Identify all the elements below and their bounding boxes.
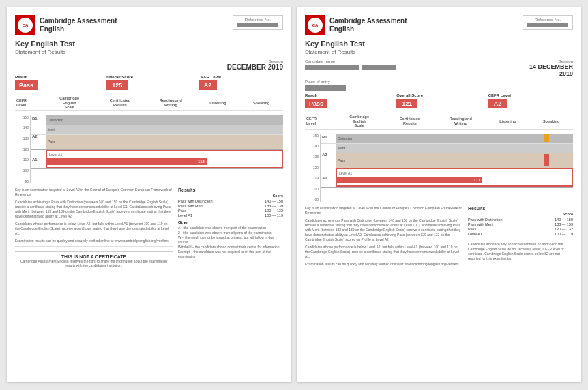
- result-badge-left: Pass: [15, 80, 38, 90]
- ref-redacted-left: [237, 23, 278, 27]
- a1-highlight-left: Level A1 118: [46, 149, 283, 168]
- results-title-left: Results: [178, 188, 283, 192]
- distinction-band-right: Distinction: [336, 134, 573, 143]
- candidate-field-right: Candidate name: [305, 59, 524, 77]
- footer-p2-right: Candidates achieving a Pass with Distinc…: [305, 218, 462, 242]
- merit-band-left: Merit: [46, 125, 283, 134]
- place-redacted-right: [305, 85, 346, 91]
- footer-right-col-right: Results Score Pass with Distinction 140 …: [468, 206, 573, 269]
- overall-box-right: Overall Score 121: [396, 93, 481, 108]
- footer-p4-left: Examination results can be quickly and s…: [15, 239, 173, 243]
- pass-band-left: Pass: [46, 134, 283, 149]
- cert-title-left: Key English Test: [15, 40, 283, 48]
- a1-highlight-right: Level A1 111: [336, 168, 573, 187]
- logo-inner-left: CA: [18, 18, 33, 33]
- certificate-right: CA Cambridge Assessment English Referenc…: [297, 7, 581, 382]
- pm-row-left: Pass with Merit 133 — 139: [178, 204, 283, 208]
- score-badge-left: 125: [106, 80, 128, 90]
- b1-label-left: B1: [32, 117, 38, 121]
- y-axis-right: 150 140 133 120 119 100 90: [305, 134, 320, 202]
- cefr-box-right: CEFR Level A2: [488, 93, 573, 108]
- a1-label-left: A1: [32, 158, 38, 162]
- place-field-right: Place of entry: [305, 80, 573, 91]
- result-row-right: Result Pass Overall Score 121 CEFR Level…: [305, 93, 573, 108]
- footer-p1-left: Key is an examination targeted at Level …: [15, 188, 173, 197]
- logo-box-left: CA: [15, 15, 35, 35]
- logo-box-right: CA: [305, 15, 325, 35]
- result-badge-right: Pass: [305, 99, 327, 108]
- cefr-box-left: CEFR Level A2: [199, 75, 283, 90]
- pass-row-right: Pass 120 — 132: [468, 227, 573, 231]
- chart-left: 150 140 133 120 119 100 90 B1 A2 A1 Dist…: [15, 115, 283, 183]
- result-box-left: Result Pass: [15, 75, 100, 90]
- footer-p2-left: Candidates achieving a Pass with Distinc…: [15, 200, 173, 219]
- footer-two-col-right: Key is an examination targeted at Level …: [305, 206, 573, 269]
- overall-box-left: Overall Score 125: [106, 75, 191, 90]
- ref-redacted-right: [527, 23, 568, 27]
- merit-band-right: Merit: [336, 143, 573, 153]
- score-bar-right: 111: [337, 177, 482, 183]
- result-row-left: Result Pass Overall Score 125 CEFR Level…: [15, 75, 283, 90]
- a1-row-right: Level A1 100 — 119: [468, 232, 573, 236]
- footer-left-col: Key is an examination targeted at Level …: [15, 188, 173, 267]
- logo-inner-right: CA: [308, 18, 323, 33]
- score-table-left: CEFRLevel CambridgeEnglishScale Certific…: [15, 95, 283, 111]
- chart-right: 150 140 133 120 119 100 90 B1 A2 A1 Dist…: [305, 134, 573, 202]
- y-axis-left: 150 140 133 120 119 100 90: [15, 115, 30, 183]
- pass-row-left: Pass 120 — 132: [178, 209, 283, 213]
- other-title-left: Other: [178, 220, 283, 224]
- org-name-left: Cambridge Assessment English: [40, 17, 117, 33]
- footer-p3-left: Candidates whose performance is below Le…: [15, 222, 173, 236]
- header-left: CA Cambridge Assessment English Referenc…: [15, 15, 283, 35]
- a1-row-left: Level A1 100 — 119: [178, 213, 283, 217]
- pm-row-right: Pass with Merit 133 — 139: [468, 222, 573, 226]
- footer-p3-right: Candidates whose performance is below Le…: [305, 245, 462, 259]
- name-redacted-1: [305, 65, 359, 70]
- logo-area-left: CA Cambridge Assessment English: [15, 15, 117, 35]
- results-title-right: Results: [468, 206, 573, 211]
- footer-p4-right: Examination results can be quickly and s…: [305, 262, 462, 267]
- chart-body-left: B1 A2 A1 Distinction Merit Pass L: [30, 115, 283, 183]
- th-certified-left: CertificatedResults: [95, 95, 145, 110]
- level-a1-label-left: Level A1: [49, 153, 62, 157]
- footer-right-col-left: Results Score Pass with Distinction 140 …: [178, 188, 283, 267]
- pd-row-right: Pass with Distinction 140 — 150: [468, 217, 573, 222]
- th-reading-left: Reading andWriting: [145, 95, 196, 110]
- certificate-left: CA Cambridge Assessment English Referenc…: [7, 7, 291, 382]
- candidate-row-right: Candidate name Session 14 DECEMBER 2019: [305, 59, 573, 77]
- cert-subtitle-left: Statement of Results: [15, 49, 283, 55]
- header-right: CA Cambridge Assessment English Referenc…: [305, 15, 573, 35]
- session-row-left: Session DECEMBER 2019: [15, 59, 283, 71]
- footer-two-col-left: Key is an examination targeted at Level …: [15, 188, 283, 267]
- score-badge-right: 121: [396, 99, 417, 108]
- result-box-right: Result Pass: [305, 93, 389, 108]
- distinction-band-left: Distinction: [46, 115, 283, 125]
- th-speaking-left: Speaking: [239, 95, 283, 110]
- pass-band-right: Pass: [336, 153, 573, 168]
- page-wrapper: CA Cambridge Assessment English Referenc…: [7, 7, 581, 382]
- th-listening-left: Listening: [196, 95, 240, 110]
- footer-p1-right: Key is an examination targeted at Level …: [305, 206, 462, 215]
- cefr-badge-left: A2: [199, 80, 218, 90]
- logo-area-right: CA Cambridge Assessment English: [305, 15, 407, 35]
- chart-body-right: B1 A2 A1 Distinction Merit Pass Leve: [320, 134, 573, 202]
- name-redacted-2: [362, 65, 396, 70]
- th-cambridge-left: CambridgeEnglishScale: [44, 95, 94, 110]
- not-cert-left: THIS IS NOT A CERTIFICATE: [15, 251, 173, 259]
- pd-row-left: Pass with Distinction 140 — 150: [178, 199, 283, 203]
- cert-subtitle-right: Statement of Results: [305, 49, 573, 55]
- cefr-badge-right: A2: [488, 99, 508, 108]
- th-cefr-left: CEFRLevel: [15, 95, 44, 110]
- cert-title-right: Key English Test: [305, 40, 573, 48]
- ref-box-right: Reference No.: [523, 15, 573, 30]
- org-name-right: Cambridge Assessment English: [329, 17, 407, 33]
- other-text-left: A – the candidate was absent from part o…: [178, 226, 283, 259]
- session-box-right: Session 14 DECEMBER 2019: [529, 59, 573, 77]
- session-box-left: Session DECEMBER 2019: [227, 59, 283, 71]
- ref-box-left: Reference No.: [233, 15, 283, 30]
- score-table-right: CEFRLevel CambridgeEnglishScale Certific…: [305, 114, 573, 130]
- not-cert-sub-left: Cambridge Assessment English reserves th…: [15, 259, 173, 267]
- footer-left-col-right: Key is an examination targeted at Level …: [305, 206, 462, 269]
- other-note-right: Candidates who take Key and score betwee…: [468, 242, 573, 261]
- score-bar-left: 118: [47, 158, 207, 165]
